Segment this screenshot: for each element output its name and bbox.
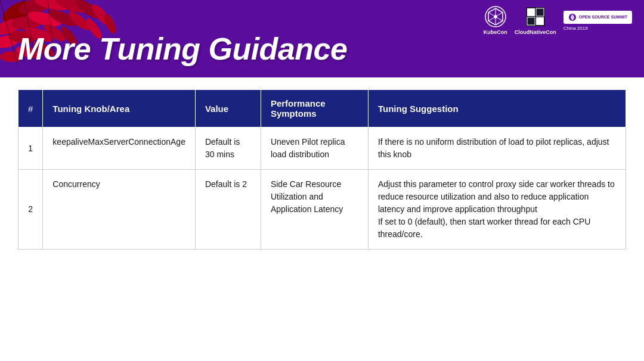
cell-symptoms: Uneven Pilot replica load distribution	[261, 127, 368, 170]
oss-badge: OPEN SOURCE SUMMIT	[564, 11, 632, 24]
svg-rect-34	[527, 8, 535, 16]
page-title: More Tuning Guidance	[18, 31, 347, 67]
svg-line-31	[488, 13, 494, 15]
col-header-num: #	[18, 90, 43, 127]
oss-icon	[568, 13, 577, 21]
col-header-value: Value	[195, 90, 261, 127]
table-row: 2 Concurrency Default is 2 Side Car Reso…	[18, 170, 626, 250]
kubecon-label: KubeCon	[484, 29, 507, 35]
logos-area: KubeCon CloudNativeCon OPEN SOURCE SU	[484, 6, 632, 35]
china-year-label: China 2019	[564, 26, 588, 31]
cell-num: 2	[18, 170, 43, 250]
tuning-table: # Tuning Knob/Area Value Performance Sym…	[18, 89, 626, 250]
table-header-row: # Tuning Knob/Area Value Performance Sym…	[18, 90, 626, 127]
col-header-knob: Tuning Knob/Area	[43, 90, 196, 127]
cell-knob: Concurrency	[43, 170, 196, 250]
svg-line-29	[497, 13, 503, 15]
col-header-symptoms: Performance Symptoms	[261, 90, 368, 127]
table-container: # Tuning Knob/Area Value Performance Sym…	[0, 77, 644, 262]
cell-suggestion: If there is no uniform distribution of l…	[368, 127, 626, 170]
cell-suggestion: Adjust this parameter to control proxy s…	[368, 170, 626, 250]
cell-value: Default is 30 mins	[195, 127, 261, 170]
header: More Tuning Guidance KubeCon	[0, 0, 644, 77]
svg-point-26	[494, 15, 497, 18]
cell-num: 1	[18, 127, 43, 170]
table-row: 1 keepaliveMaxServerConnectionAge Defaul…	[18, 127, 626, 170]
svg-line-32	[497, 18, 503, 21]
oss-branding: OPEN SOURCE SUMMIT China 2019	[564, 11, 632, 31]
cell-symptoms: Side Car Resource Utilization and Applic…	[261, 170, 368, 250]
col-header-suggestion: Tuning Suggestion	[368, 90, 626, 127]
cell-knob: keepaliveMaxServerConnectionAge	[43, 127, 196, 170]
kubecon-icon	[485, 6, 506, 27]
svg-line-30	[488, 18, 494, 21]
cloudnativecon-label: CloudNativeCon	[515, 29, 556, 35]
cell-value: Default is 2	[195, 170, 261, 250]
kubecon-logo: KubeCon	[484, 6, 507, 35]
svg-rect-36	[527, 17, 535, 25]
oss-label: OPEN SOURCE SUMMIT	[579, 15, 627, 19]
cloudnativecon-icon	[525, 6, 546, 27]
svg-rect-35	[536, 8, 544, 16]
cloudnativecon-logo: CloudNativeCon	[515, 6, 556, 35]
svg-rect-37	[536, 17, 544, 25]
